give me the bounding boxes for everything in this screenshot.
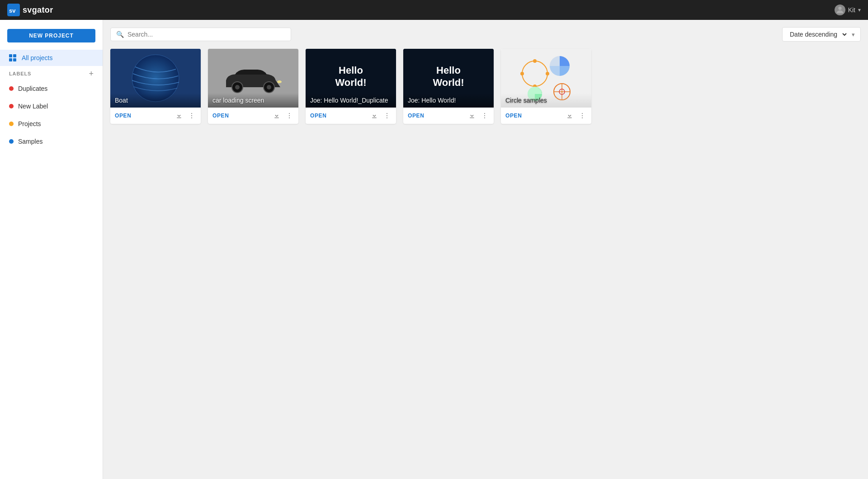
- add-label-button[interactable]: +: [89, 70, 94, 78]
- svg-point-2: [838, 7, 841, 10]
- open-button-circles[interactable]: OPEN: [505, 113, 522, 119]
- more-button-boat[interactable]: [187, 111, 196, 120]
- project-card-joe-dup[interactable]: Hello World! Joe: Hello World!_Duplicate…: [306, 49, 396, 124]
- svg-point-6: [191, 115, 192, 116]
- svg-point-28: [484, 117, 485, 118]
- svg-point-34: [520, 72, 524, 75]
- svg-point-41: [582, 113, 583, 114]
- open-button-joe[interactable]: OPEN: [408, 113, 424, 119]
- download-button-car[interactable]: [272, 111, 281, 120]
- search-box: 🔍: [110, 28, 291, 41]
- card-thumbnail-joe-dup: Hello World! Joe: Hello World!_Duplicate: [306, 49, 396, 108]
- more-button-car[interactable]: [285, 111, 294, 120]
- svg-point-12: [267, 85, 271, 89]
- svg-point-10: [235, 85, 240, 89]
- more-vert-icon: [286, 112, 293, 119]
- label-name: Projects: [18, 120, 41, 127]
- project-card-joe[interactable]: Hello World! Joe: Hello World! OPEN: [403, 49, 494, 124]
- sidebar-item-all-projects[interactable]: All projects: [0, 50, 103, 66]
- download-icon: [566, 112, 573, 119]
- content-bar: 🔍 Date descending Date ascending Name as…: [110, 27, 861, 42]
- svg-text:Hello: Hello: [339, 65, 363, 76]
- open-button-joe-dup[interactable]: OPEN: [310, 113, 326, 119]
- sort-dropdown[interactable]: Date descending Date ascending Name asce…: [782, 27, 861, 42]
- svg-point-27: [484, 115, 485, 116]
- label-color-dot: [9, 86, 14, 91]
- sort-select[interactable]: Date descending Date ascending Name asce…: [788, 30, 848, 38]
- search-input[interactable]: [127, 31, 285, 38]
- chevron-down-icon: ▾: [852, 31, 855, 38]
- more-vert-icon: [579, 112, 586, 119]
- projects-grid: Boat OPEN: [110, 49, 861, 124]
- card-actions-joe: OPEN: [403, 108, 494, 124]
- svg-point-26: [484, 113, 485, 114]
- svg-point-16: [289, 117, 290, 118]
- logo-text: svgator: [23, 5, 53, 15]
- card-thumbnail-circles: Circle samples: [501, 49, 591, 108]
- svg-point-42: [582, 115, 583, 116]
- project-card-circles[interactable]: Circle samples OPEN: [501, 49, 591, 124]
- svg-point-5: [191, 113, 192, 114]
- download-button-joe[interactable]: [467, 111, 476, 120]
- open-button-car[interactable]: OPEN: [212, 113, 229, 119]
- svg-text:Hello: Hello: [436, 65, 461, 76]
- svg-point-32: [546, 72, 549, 75]
- card-actions-boat: OPEN: [110, 108, 201, 124]
- more-vert-icon: [188, 112, 195, 119]
- label-item-duplicates[interactable]: Duplicates ⋮: [0, 80, 103, 97]
- download-button-boat[interactable]: [175, 111, 184, 120]
- svg-point-31: [533, 59, 537, 63]
- card-title-circles: Circle samples: [501, 93, 591, 108]
- logo: sv svgator: [7, 4, 53, 16]
- card-actions-car: OPEN: [208, 108, 298, 124]
- project-card-car[interactable]: car loading screen OPEN: [208, 49, 298, 124]
- svg-point-22: [387, 117, 387, 118]
- download-button-joe-dup[interactable]: [370, 111, 379, 120]
- label-color-dot: [9, 104, 14, 108]
- download-icon: [175, 112, 183, 119]
- chevron-down-icon: ▾: [858, 7, 861, 13]
- logo-icon: sv: [7, 4, 20, 16]
- label-color-dot: [9, 122, 14, 126]
- label-color-dot: [9, 139, 14, 144]
- card-thumbnail-boat: Boat: [110, 49, 201, 108]
- new-project-button[interactable]: NEW PROJECT: [7, 29, 95, 42]
- label-item-samples[interactable]: Samples ⋮: [0, 132, 103, 150]
- svg-point-43: [582, 117, 583, 118]
- svg-point-7: [191, 117, 192, 118]
- card-title-boat: Boat: [110, 93, 201, 108]
- search-icon: 🔍: [116, 31, 124, 38]
- svg-point-14: [289, 113, 290, 114]
- card-thumbnail-car: car loading screen: [208, 49, 298, 108]
- grid-icon: [9, 54, 16, 61]
- more-vert-icon: [481, 112, 488, 119]
- more-button-joe[interactable]: [480, 111, 489, 120]
- label-name: New Label: [18, 103, 48, 110]
- avatar: [835, 5, 845, 15]
- label-item-new-label[interactable]: New Label ⋮: [0, 97, 103, 115]
- open-button-boat[interactable]: OPEN: [115, 113, 131, 119]
- download-icon: [273, 112, 280, 119]
- download-button-circles[interactable]: [565, 111, 574, 120]
- label-name: Duplicates: [18, 85, 47, 92]
- label-item-projects[interactable]: Projects ⋮: [0, 115, 103, 132]
- card-title-car: car loading screen: [208, 93, 298, 108]
- sidebar: NEW PROJECT All projects LABELS + Duplic…: [0, 20, 103, 479]
- download-icon: [468, 112, 476, 119]
- more-vert-icon: [383, 112, 391, 119]
- svg-text:sv: sv: [9, 7, 16, 14]
- svg-text:World!: World!: [335, 77, 366, 88]
- svg-point-15: [289, 115, 290, 116]
- all-projects-label: All projects: [22, 54, 52, 61]
- card-actions-joe-dup: OPEN: [306, 108, 396, 124]
- more-button-joe-dup[interactable]: [382, 111, 392, 120]
- topnav: sv svgator Kit ▾: [0, 0, 868, 20]
- user-menu[interactable]: Kit ▾: [835, 5, 861, 15]
- svg-point-21: [387, 115, 387, 116]
- project-card-boat[interactable]: Boat OPEN: [110, 49, 201, 124]
- more-button-circles[interactable]: [578, 111, 587, 120]
- card-actions-circles: OPEN: [501, 108, 591, 124]
- label-name: Samples: [18, 138, 42, 145]
- svg-point-13: [277, 80, 282, 83]
- user-name: Kit: [848, 6, 855, 14]
